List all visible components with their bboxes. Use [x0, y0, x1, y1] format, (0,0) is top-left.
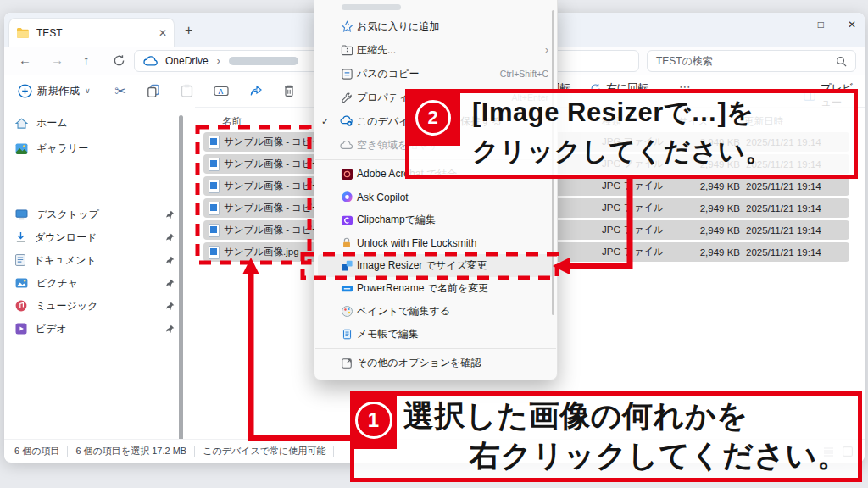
- selected-files-dashed-box: [198, 127, 309, 263]
- step2-connector-line: [566, 179, 630, 266]
- step1-text-line1: 選択した画像の何れかを: [403, 396, 748, 437]
- step1-connector-line: [251, 271, 350, 438]
- image-resizer-dashed-box: [303, 254, 557, 278]
- step2-text-line1: [Image Resizerで…]を: [472, 95, 754, 130]
- step1-callout: 1 選択した画像の何れかを 右クリックしてください。: [350, 391, 862, 482]
- step1-number: 1: [355, 402, 392, 439]
- step2-badge: 2: [405, 89, 460, 146]
- step2-callout: 2 [Image Resizerで…]を クリックしてください。: [405, 89, 858, 179]
- step1-arrowhead-up: [242, 258, 259, 274]
- step1-text-line2: 右クリックしてください。: [470, 435, 848, 477]
- step1-badge: 1: [350, 391, 397, 449]
- step2-text-line2: クリックしてください。: [472, 134, 772, 169]
- step2-number: 2: [415, 100, 451, 136]
